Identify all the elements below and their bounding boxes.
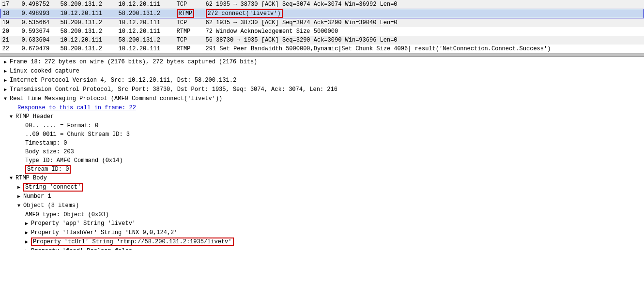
expand-icon xyxy=(25,238,31,245)
amf0-type-line: AMF0 type: Object (0x03) xyxy=(0,210,644,219)
rtmp-header-line[interactable]: RTMP Header xyxy=(0,112,644,121)
linux-cooked-line[interactable]: Linux cooked capture xyxy=(0,67,644,76)
detail-line: Timestamp: 0 xyxy=(0,139,644,148)
expand-icon xyxy=(17,193,23,200)
table-row[interactable]: 180.49899310.12.20.11158.200.131.2RTMP27… xyxy=(0,9,644,18)
detail-line: ..00 0011 = Chunk Stream ID: 3 xyxy=(0,130,644,139)
packet-table: 170.49875258.200.131.210.12.20.111TCP62 … xyxy=(0,0,644,53)
prop-tcurl-line[interactable]: Property 'tcUrl' String 'rtmp://58.200.1… xyxy=(0,237,644,247)
table-row[interactable]: 200.59367458.200.131.210.12.20.111RTMP72… xyxy=(0,27,644,36)
table-row[interactable]: 220.67047958.200.131.210.12.20.111RTMP29… xyxy=(0,45,644,53)
expand-icon xyxy=(25,229,31,236)
expand-icon xyxy=(4,59,10,65)
collapse-icon xyxy=(4,95,10,102)
table-row[interactable]: 170.49875258.200.131.210.12.20.111TCP62 … xyxy=(0,0,644,9)
expand-icon xyxy=(25,220,31,227)
expand-icon xyxy=(4,77,10,84)
collapse-icon xyxy=(17,202,23,209)
expand-icon xyxy=(17,184,23,191)
number1-line[interactable]: Number 1 xyxy=(0,192,644,201)
table-row[interactable]: 210.63360410.12.20.11158.200.131.2TCP56 … xyxy=(0,36,644,45)
detail-line: Body size: 203 xyxy=(0,148,644,156)
ip-line[interactable]: Internet Protocol Version 4, Src: 10.12.… xyxy=(0,76,644,85)
table-row[interactable]: 190.53566458.200.131.210.12.20.111TCP62 … xyxy=(0,18,644,28)
expand-icon xyxy=(25,248,31,250)
response-link-line[interactable]: Response to this call in frame: 22 xyxy=(0,104,644,112)
detail-line: 00.. .... = Format: 0 xyxy=(0,121,644,130)
object-line[interactable]: Object (8 items) xyxy=(0,201,644,210)
detail-panel: Frame 18: 272 bytes on wire (2176 bits),… xyxy=(0,57,644,250)
prop-app-line[interactable]: Property 'app' String 'livetv' xyxy=(0,219,644,228)
packet-list-section: 170.49875258.200.131.210.12.20.111TCP62 … xyxy=(0,0,644,54)
stream-id-line: Stream ID: 0 xyxy=(0,165,644,174)
detail-line: Type ID: AMF0 Command (0x14) xyxy=(0,156,644,165)
rtmp-body-line[interactable]: RTMP Body xyxy=(0,174,644,183)
rtmp-info-badge: 272 connect('livetv') xyxy=(206,9,283,18)
string-connect-box: String 'connect' xyxy=(23,183,83,192)
collapse-icon xyxy=(10,175,15,181)
frame-line[interactable]: Frame 18: 272 bytes on wire (2176 bits),… xyxy=(0,58,644,67)
collapse-icon xyxy=(10,113,15,120)
rtmp-line[interactable]: Real Time Messaging Protocol (AMF0 Comma… xyxy=(0,94,644,104)
prop-fpad-line[interactable]: Property 'fpad' Boolean false xyxy=(0,247,644,250)
prop-flashver-line[interactable]: Property 'flashVer' String 'LNX 9,0,124,… xyxy=(0,228,644,237)
rtmp-proto-badge: RTMP xyxy=(177,9,195,18)
stream-id-box: Stream ID: 0 xyxy=(25,165,71,174)
expand-icon xyxy=(4,86,10,93)
tcp-line[interactable]: Transmission Control Protocol, Src Port:… xyxy=(0,85,644,94)
expand-icon xyxy=(4,68,10,74)
prop-tcurl-box: Property 'tcUrl' String 'rtmp://58.200.1… xyxy=(31,237,233,246)
string-connect-line[interactable]: String 'connect' xyxy=(0,183,644,192)
response-link[interactable]: Response to this call in frame: 22 xyxy=(17,104,136,111)
